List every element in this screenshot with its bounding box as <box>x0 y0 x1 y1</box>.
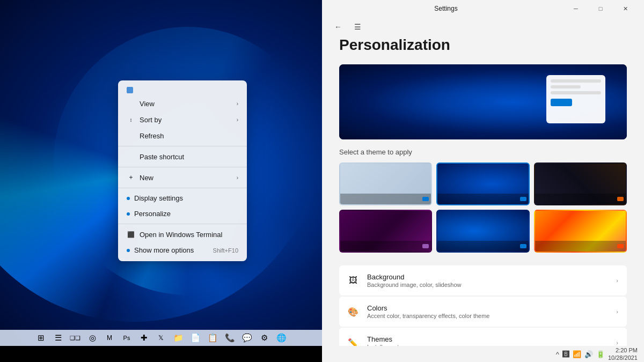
minimize-button[interactable]: ─ <box>564 0 588 17</box>
theme-mini-dot-5 <box>520 244 526 248</box>
menu-item-show-more[interactable]: Show more options Shift+F10 <box>118 242 247 258</box>
menu-sort-label: Sort by <box>140 116 232 124</box>
tray-date: 10/28/2021 <box>608 354 638 361</box>
taskbar-twitter[interactable]: 𝕏 <box>153 330 169 345</box>
settings-window: Settings ─ □ ✕ ← ☰ Personalization Sel <box>322 0 644 362</box>
taskbar-search[interactable]: ☰ <box>50 330 65 345</box>
themes-arrow: › <box>616 339 618 346</box>
theme-section-label: Select a theme to apply <box>339 148 627 156</box>
preview-line-1 <box>551 79 601 83</box>
menu-new-label: New <box>140 174 232 182</box>
theme-mini-dot-2 <box>520 197 526 201</box>
theme-mini-bar-5 <box>437 241 528 252</box>
taskbar-edge[interactable]: 🌐 <box>274 330 289 345</box>
background-desc: Background image, color, slideshow <box>367 282 608 288</box>
menu-divider-4 <box>118 224 247 224</box>
theme-card-sunrise[interactable] <box>534 210 627 253</box>
window-title: Settings <box>328 5 564 12</box>
tray-bluetooth-icon[interactable]: 🅱 <box>562 350 569 358</box>
menu-item-sort-by[interactable]: ↕ Sort by › <box>118 112 247 128</box>
taskbar-chrome[interactable]: ◎ <box>85 330 100 345</box>
tray-time: 2:20 PM <box>608 346 638 354</box>
menu-item-personalize[interactable]: Personalize <box>118 206 247 221</box>
menu-item-paste-shortcut[interactable]: Paste shortcut <box>118 149 247 165</box>
taskbar-start[interactable]: ⊞ <box>33 330 48 345</box>
taskbar-settings-icon[interactable]: ⚙ <box>257 330 272 345</box>
sort-icon: ↕ <box>127 115 135 124</box>
settings-item-colors[interactable]: 🎨 Colors Accent color, transparency effe… <box>339 297 627 327</box>
settings-item-background[interactable]: 🖼 Background Background image, color, sl… <box>339 265 627 295</box>
tray-volume-icon[interactable]: 🔊 <box>584 350 593 358</box>
page-title: Personalization <box>339 36 627 54</box>
theme-card-light[interactable] <box>339 162 432 205</box>
tray-datetime[interactable]: 2:20 PM 10/28/2021 <box>608 346 638 362</box>
taskbar-task-view[interactable]: ❑❑ <box>68 330 83 345</box>
theme-grid <box>339 162 627 253</box>
menu-showmore-label: Show more options <box>134 246 209 254</box>
taskbar-gmail[interactable]: M <box>102 330 117 345</box>
tray-wifi-icon[interactable]: 📶 <box>573 350 581 358</box>
colors-arrow: › <box>616 308 618 315</box>
menu-divider-3 <box>118 188 247 188</box>
menu-item-open-terminal[interactable]: ⬛ Open in Windows Terminal <box>118 226 247 242</box>
nav-menu-button[interactable]: ☰ <box>350 19 365 34</box>
background-text: Background Background image, color, slid… <box>367 273 608 288</box>
themes-title: Themes <box>367 335 608 343</box>
taskbar-files[interactable]: 📁 <box>171 330 186 345</box>
theme-card-purple[interactable] <box>339 210 432 253</box>
colors-text: Colors Accent color, transparency effect… <box>367 304 608 319</box>
theme-mini-dot-6 <box>617 244 624 248</box>
menu-item-new[interactable]: + New › <box>118 169 247 186</box>
colors-icon: 🎨 <box>348 306 358 317</box>
theme-mini-dot-1 <box>422 197 429 201</box>
maximize-button[interactable]: □ <box>588 0 613 17</box>
theme-mini-bar-3 <box>535 194 626 204</box>
menu-divider-1 <box>118 146 247 146</box>
theme-card-flow[interactable] <box>436 210 529 253</box>
personalize-dot <box>127 212 130 216</box>
taskbar-phone[interactable]: 📞 <box>222 330 237 345</box>
settings-nav: ← ☰ <box>322 17 644 36</box>
settings-titlebar: Settings ─ □ ✕ <box>322 0 644 17</box>
preview-button <box>551 99 572 106</box>
preview-line-3 <box>551 91 601 94</box>
theme-mini-bar-1 <box>340 194 431 204</box>
menu-item-view[interactable]: View › <box>118 95 247 112</box>
new-icon: + <box>127 173 135 182</box>
paste-shortcut-icon <box>127 152 135 161</box>
theme-preview-bg <box>339 64 627 139</box>
theme-mini-bar-6 <box>535 241 626 252</box>
context-menu: View › ↕ Sort by › Refresh Paste shortcu… <box>118 80 247 261</box>
settings-content: Personalization Select a theme to apply <box>322 36 644 362</box>
theme-preview <box>339 64 627 139</box>
titlebar-controls: ─ □ ✕ <box>564 0 638 17</box>
view-icon <box>127 99 135 108</box>
display-settings-dot <box>127 197 130 200</box>
theme-mini-bar-2 <box>437 194 528 204</box>
menu-divider-2 <box>118 167 247 167</box>
refresh-icon <box>127 131 135 140</box>
menu-item-display-settings[interactable]: Display settings <box>118 190 247 206</box>
taskbar-notes[interactable]: 📋 <box>205 330 220 345</box>
theme-card-dark-blue[interactable] <box>436 162 529 205</box>
context-menu-icon <box>127 87 133 93</box>
taskbar-chat[interactable]: 💬 <box>239 330 254 345</box>
background-icon: 🖼 <box>348 275 358 286</box>
menu-personalize-label: Personalize <box>134 210 238 218</box>
theme-card-glow[interactable] <box>534 162 627 205</box>
colors-desc: Accent color, transparency effects, colo… <box>367 313 608 319</box>
tray-battery-icon[interactable]: 🔋 <box>596 350 605 358</box>
menu-view-label: View <box>140 100 232 108</box>
tray-chevron-icon[interactable]: ^ <box>556 350 559 358</box>
taskbar-app1[interactable]: ✚ <box>136 330 151 345</box>
theme-preview-window <box>546 75 605 123</box>
view-arrow: › <box>237 101 238 107</box>
taskbar: ⊞ ☰ ❑❑ ◎ M Ps ✚ 𝕏 📁 📄 📋 📞 💬 ⚙ 🌐 <box>0 330 322 346</box>
close-button[interactable]: ✕ <box>613 0 638 17</box>
taskbar-photoshop[interactable]: Ps <box>119 330 134 345</box>
menu-item-refresh[interactable]: Refresh <box>118 128 247 144</box>
menu-display-label: Display settings <box>134 194 238 202</box>
nav-back-button[interactable]: ← <box>331 19 346 34</box>
taskbar-docs[interactable]: 📄 <box>188 330 203 345</box>
show-more-dot <box>127 249 130 252</box>
